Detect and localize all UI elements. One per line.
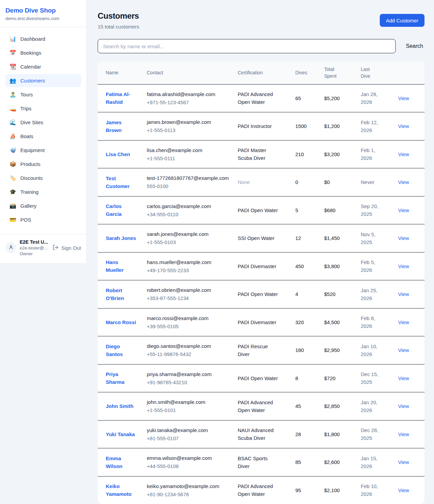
view-link[interactable]: View (398, 347, 409, 353)
customers-table-card: Name Contact Certification Dives Total S… (98, 61, 425, 504)
customer-phone: +1-555-0113 (147, 126, 232, 134)
main-content: Customers 15 total customers Add Custome… (87, 0, 434, 504)
column-header-name: Name (98, 61, 147, 84)
sidebar-item-calendar[interactable]: 📆 Calendar (5, 60, 81, 73)
trips-icon: 🚤 (9, 105, 16, 112)
customer-total-spent: $3,200 (324, 140, 361, 168)
page-title: Customers (98, 11, 139, 21)
customer-email: fatima.alrashid@example.com (147, 90, 232, 98)
view-link[interactable]: View (398, 179, 409, 185)
sign-out-icon (53, 244, 59, 251)
view-link[interactable]: View (398, 459, 409, 465)
customer-certification: PADI Advanced Open Water (238, 90, 280, 106)
customer-phone: +55-11-99876-5432 (147, 350, 232, 358)
sidebar-item-discounts[interactable]: 🏷️ Discounts (5, 171, 81, 185)
table-row: Robert O'Brien robert.obrien@example.com… (98, 280, 425, 309)
customer-name-link[interactable]: Robert O'Brien (106, 286, 137, 302)
customers-icon: 👥 (9, 77, 16, 84)
customer-name-link[interactable]: Yuki Tanaka (106, 430, 135, 438)
sidebar-item-equipment[interactable]: 🤿 Equipment (5, 144, 81, 157)
view-link[interactable]: View (398, 403, 409, 409)
customer-total-spent: $5,200 (324, 84, 361, 112)
sidebar-item-dashboard[interactable]: 📊 Dashboard (5, 32, 81, 45)
search-input[interactable] (98, 39, 396, 53)
sidebar-item-training[interactable]: 🎓 Training (5, 185, 81, 199)
customer-name-link[interactable]: Diego Santos (106, 342, 137, 358)
table-row: James Brown james.brown@example.com +1-5… (98, 112, 425, 141)
customer-total-spent: $1,800 (324, 420, 361, 448)
table-row: John Smith john.smith@example.com +1-555… (98, 392, 425, 421)
view-link[interactable]: View (398, 207, 409, 213)
sign-out-button[interactable]: Sign Out (53, 244, 81, 251)
customer-phone: +49-170-555-2233 (147, 266, 232, 274)
customer-total-spent: $2,950 (324, 336, 361, 365)
sidebar-item-trips[interactable]: 🚤 Trips (5, 102, 81, 115)
customer-name-link[interactable]: Sarah Jones (106, 234, 136, 242)
customer-total-spent: $2,850 (324, 392, 361, 421)
customer-phone: +44-555-0108 (147, 462, 232, 470)
customer-total-spent: $720 (324, 364, 361, 392)
customer-email: diego.santos@example.com (147, 342, 232, 350)
customer-dives: 95 (295, 476, 324, 504)
sidebar-item-tours[interactable]: 🏝️ Tours (5, 88, 81, 101)
customer-email: keiko.yamamoto@example.com (147, 482, 232, 490)
customer-last-dive: Feb 1, 2026 (361, 146, 380, 162)
customer-name-link[interactable]: Carlos Garcia (106, 202, 137, 218)
customer-name-link[interactable]: Priya Sharma (106, 370, 137, 386)
customer-total-spent: $680 (324, 196, 361, 224)
user-email: e2e-tester@... (20, 245, 49, 250)
customer-name-link[interactable]: Marco Rossi (106, 318, 136, 326)
search-button[interactable]: Search (405, 43, 425, 49)
add-customer-button[interactable]: Add Customer (380, 14, 425, 27)
customer-dives: 5 (295, 196, 324, 224)
sidebar-item-pos[interactable]: 💳 POS (5, 213, 81, 226)
view-link[interactable]: View (398, 151, 409, 157)
customer-email: hans.mueller@example.com (147, 258, 232, 266)
customer-email: marco.rossi@example.com (147, 314, 232, 322)
customer-name-link[interactable]: Test Customer (106, 174, 137, 190)
customer-name-link[interactable]: John Smith (106, 402, 134, 410)
sidebar-item-bookings[interactable]: 📅 Bookings (5, 46, 81, 59)
customer-total-spent: $2,100 (324, 476, 361, 504)
view-link[interactable]: View (398, 235, 409, 241)
customer-last-dive: Dec 15, 2025 (361, 370, 380, 386)
customer-name-link[interactable]: Hans Mueller (106, 258, 137, 274)
customer-name-link[interactable]: Fatima Al-Rashid (106, 90, 137, 106)
view-link[interactable]: View (398, 431, 409, 437)
table-row: Lisa Chen lisa.chen@example.com +1-555-0… (98, 140, 425, 168)
view-link[interactable]: View (398, 487, 409, 493)
column-header-certification: Certification (238, 61, 295, 84)
view-link[interactable]: View (398, 291, 409, 297)
customer-name-link[interactable]: Keiko Yamamoto (106, 482, 137, 498)
customer-dives: 85 (295, 448, 324, 477)
customer-total-spent: $2,600 (324, 448, 361, 477)
user-role: Owner (20, 251, 49, 256)
avatar (5, 242, 16, 253)
table-header-row: Name Contact Certification Dives Total S… (98, 61, 425, 84)
view-link[interactable]: View (398, 375, 409, 381)
customer-email: test-1772681807767@example.com (147, 174, 232, 182)
customer-name-link[interactable]: Lisa Chen (106, 150, 130, 158)
view-link[interactable]: View (398, 263, 409, 269)
view-link[interactable]: View (398, 95, 409, 101)
products-icon: 📦 (9, 161, 16, 167)
sidebar-item-gallery[interactable]: 📸 Gallery (5, 199, 81, 212)
sidebar-item-dive-sites[interactable]: 🌊 Dive Sites (5, 116, 81, 129)
sidebar-item-customers[interactable]: 👥 Customers (5, 74, 81, 87)
customer-dives: 450 (295, 252, 324, 280)
view-link[interactable]: View (398, 319, 409, 325)
column-header-dives: Dives (295, 61, 324, 84)
pos-icon: 💳 (9, 217, 16, 223)
customer-dives: 0 (295, 168, 324, 197)
customer-last-dive: Dec 28, 2025 (361, 426, 380, 442)
view-link[interactable]: View (398, 123, 409, 129)
customer-name-link[interactable]: James Brown (106, 118, 137, 134)
dashboard-icon: 📊 (9, 36, 16, 42)
sidebar-item-products[interactable]: 📦 Products (5, 157, 81, 171)
customer-last-dive: Feb 8, 2026 (361, 314, 380, 330)
customer-email: john.smith@example.com (147, 398, 232, 406)
customer-name-link[interactable]: Emma Wilson (106, 454, 137, 470)
sidebar-nav: 📊 Dashboard 📅 Bookings 📆 Calendar 👥 Cust… (0, 27, 86, 230)
table-row: Diego Santos diego.santos@example.com +5… (98, 336, 425, 365)
sidebar-item-boats[interactable]: ⛵ Boats (5, 130, 81, 143)
